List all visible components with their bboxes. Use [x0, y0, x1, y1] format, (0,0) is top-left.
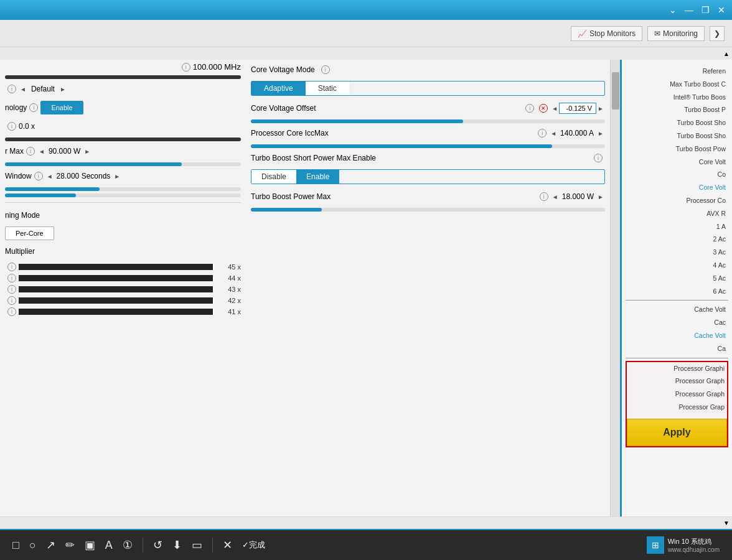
tool-text[interactable]: A	[105, 539, 113, 552]
tool-number[interactable]: ①	[123, 538, 133, 552]
apply-button[interactable]: Apply	[627, 419, 727, 446]
mult-1-slider[interactable]	[19, 275, 214, 281]
zero-info-icon[interactable]: i	[7, 122, 16, 131]
turbo-max-slider[interactable]	[5, 162, 241, 166]
sidebar-item-gpu-1[interactable]: Processor Graph	[627, 375, 727, 388]
scroll-up-icon[interactable]: ▲	[723, 50, 730, 57]
turbo-max-info-icon[interactable]: i	[26, 147, 35, 156]
turbo-power-right-arrow[interactable]: ►	[596, 194, 605, 200]
proc-core-slider[interactable]	[251, 144, 605, 148]
window-left-arrow[interactable]: ◄	[45, 173, 54, 180]
turbo-power-slider[interactable]	[251, 208, 605, 212]
turbo-boost-enable-label: Turbo Boost Short Power Max Enable	[251, 154, 591, 162]
turbo-power-left-arrow[interactable]: ◄	[551, 194, 560, 200]
restore-btn[interactable]: ❐	[700, 4, 711, 16]
sidebar-item-6[interactable]: Turbo Boost Pow	[626, 142, 728, 156]
scroll-thumb[interactable]	[612, 72, 619, 110]
tool-arrow[interactable]: ↗	[46, 538, 55, 552]
chevron-btn[interactable]: ⌄	[667, 4, 678, 16]
core-voltage-offset-info[interactable]: i	[525, 104, 534, 113]
enable-button[interactable]: Enable	[40, 101, 83, 114]
mult-0-info[interactable]: i	[7, 263, 16, 271]
sidebar-item-4[interactable]: Turbo Boost Sho	[626, 116, 728, 129]
sidebar-item-13[interactable]: 2 Ac	[626, 233, 728, 246]
window-right-arrow[interactable]: ►	[113, 173, 121, 180]
sidebar-item-1[interactable]: Max Turbo Boost C	[626, 78, 728, 91]
sidebar-item-gpu-2[interactable]: Processor Graph	[627, 388, 727, 401]
sidebar-item-16[interactable]: 5 Ac	[626, 272, 728, 285]
sidebar-item-15[interactable]: 4 Ac	[626, 259, 728, 272]
sidebar-item-gpu-3[interactable]: Processor Grap	[627, 401, 727, 414]
close-btn[interactable]: ✕	[716, 4, 727, 16]
stop-monitors-button[interactable]: 📈 Stop Monitors	[571, 26, 642, 41]
checkmark-done[interactable]: ✓完成	[242, 539, 265, 551]
core-voltage-offset-cancel[interactable]: ✕	[539, 104, 548, 113]
scroll-down-icon[interactable]: ▼	[723, 520, 730, 526]
tool-pen[interactable]: ✏	[65, 538, 75, 552]
sidebar-item-10[interactable]: Processor Co	[626, 194, 728, 207]
window-slider[interactable]	[5, 187, 241, 191]
left-section: i 100.000 MHz i ◄ Default ► nology i	[0, 60, 246, 516]
freq-info-icon[interactable]: i	[182, 63, 190, 72]
minimize-btn[interactable]: —	[683, 4, 695, 16]
tool-crop[interactable]: ▣	[85, 538, 95, 552]
sidebar-item-9[interactable]: Core Volt	[626, 181, 728, 194]
mult-2-slider[interactable]	[19, 286, 214, 292]
voltage-slider[interactable]	[251, 119, 605, 123]
proc-core-right-arrow[interactable]: ►	[596, 130, 605, 137]
processor-core-info[interactable]: i	[538, 129, 547, 138]
mult-3-info[interactable]: i	[7, 296, 16, 305]
mult-1-info[interactable]: i	[7, 274, 16, 282]
sidebar-item-gpu-0[interactable]: Processor Graphi	[627, 362, 727, 375]
enable-toggle-button[interactable]: Enable	[296, 170, 339, 184]
tech-info-icon[interactable]: i	[29, 103, 38, 112]
proc-core-left-arrow[interactable]: ◄	[549, 130, 558, 137]
sidebar-item-cache-3[interactable]: Ca	[626, 342, 728, 355]
turbo-max-left-arrow[interactable]: ◄	[37, 148, 46, 155]
zero-slider[interactable]	[5, 138, 241, 141]
sidebar-item-8[interactable]: Co	[626, 168, 728, 181]
freq-slider[interactable]	[5, 75, 241, 79]
tool-cut[interactable]: ▭	[192, 538, 202, 552]
turbo-boost-enable-info[interactable]: i	[594, 154, 603, 162]
mult-4-slider[interactable]	[19, 309, 214, 315]
mult-2-info[interactable]: i	[7, 285, 16, 294]
adaptive-button[interactable]: Adaptive	[251, 82, 306, 95]
tool-circle[interactable]: ○	[29, 539, 36, 552]
window-slider2[interactable]	[5, 194, 241, 197]
scrollbar[interactable]	[610, 60, 620, 516]
sidebar-item-cache-0[interactable]: Cache Volt	[626, 303, 728, 316]
sidebar-item-17[interactable]: 6 Ac	[626, 285, 728, 298]
default-info-icon[interactable]: i	[7, 85, 16, 93]
monitoring-button[interactable]: ✉ Monitoring	[647, 26, 705, 41]
more-button[interactable]: ❯	[710, 26, 725, 41]
tool-rectangle[interactable]: □	[12, 539, 19, 552]
mult-3-slider[interactable]	[19, 297, 214, 304]
per-core-button[interactable]: Per-Core	[5, 226, 54, 240]
tool-cancel[interactable]: ✕	[223, 538, 232, 552]
sidebar-item-5[interactable]: Turbo Boost Sho	[626, 129, 728, 142]
turbo-max-right-arrow[interactable]: ►	[83, 148, 92, 155]
default-right-arrow[interactable]: ►	[59, 86, 67, 93]
cv-offset-right-arrow[interactable]: ►	[596, 105, 605, 112]
tool-download[interactable]: ⬇	[172, 538, 182, 552]
tool-undo[interactable]: ↺	[153, 538, 162, 552]
sidebar-item-cache-1[interactable]: Cac	[626, 316, 728, 329]
sidebar-item-12[interactable]: 1 A	[626, 220, 728, 233]
window-info-icon[interactable]: i	[34, 172, 43, 180]
disable-button[interactable]: Disable	[251, 170, 296, 184]
sidebar-item-3[interactable]: Turbo Boost P	[626, 103, 728, 116]
static-button[interactable]: Static	[306, 82, 349, 95]
default-left-arrow[interactable]: ◄	[19, 86, 27, 93]
sidebar-item-11[interactable]: AVX R	[626, 207, 728, 220]
sidebar-item-14[interactable]: 3 Ac	[626, 246, 728, 259]
core-voltage-mode-info[interactable]: i	[321, 65, 330, 74]
sidebar-item-2[interactable]: Intel® Turbo Boos	[626, 91, 728, 104]
sidebar-item-cache-2[interactable]: Cache Volt	[626, 329, 728, 342]
turbo-boost-power-info[interactable]: i	[540, 192, 548, 201]
mult-4-info[interactable]: i	[7, 307, 16, 316]
cv-offset-left-arrow[interactable]: ◄	[550, 105, 559, 112]
sidebar-item-7[interactable]: Core Volt	[626, 156, 728, 169]
sidebar-item-0[interactable]: Referen	[626, 65, 728, 78]
mult-0-slider[interactable]	[19, 264, 214, 270]
